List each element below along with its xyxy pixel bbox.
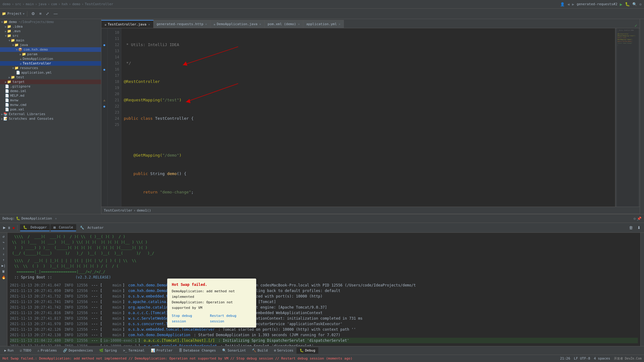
code-content[interactable]: * Utils: IntelliJ IDEA */ @RestControlle… <box>121 28 615 207</box>
gear-icon[interactable]: ⚙ <box>639 2 642 6</box>
expand-btn[interactable]: ⤢ <box>44 11 51 17</box>
step-out-icon[interactable]: ↑ <box>2 257 5 263</box>
project-label[interactable]: Project <box>7 12 22 16</box>
debug-btn[interactable]: 🐛 <box>625 2 630 6</box>
bc-com[interactable]: com <box>51 2 57 6</box>
tab-console[interactable]: ▤ Console <box>50 224 76 231</box>
nav-fwd[interactable]: ▶ <box>572 2 574 6</box>
restart-icon[interactable]: ↺ <box>2 234 5 239</box>
log-8: 2021-11-13 20:27:41.970 INFO 12556 --- [… <box>10 321 638 327</box>
tab-demoapplication[interactable]: ☕ DemoApplication.java ✕ <box>210 20 265 28</box>
tree-item-src[interactable]: ▼ 📁 src <box>0 33 101 38</box>
tree-item-resources[interactable]: ▼ 📁 resources <box>0 66 101 70</box>
tree-item-demoitml[interactable]: 📄 demo.iml <box>0 89 101 93</box>
debug-settings-icon[interactable]: ⚙ <box>634 216 636 221</box>
pause-btn[interactable]: ⏸ <box>7 225 11 230</box>
tab-run[interactable]: ▶ Run <box>1 347 17 354</box>
console-clear-btn[interactable]: 🗑 <box>627 225 634 231</box>
tab-sonarlint[interactable]: 🔍 SonarLint <box>219 347 249 354</box>
breadcrumb-method[interactable]: demo1() <box>137 208 151 212</box>
hotswap-stop-link[interactable]: Stop debug session <box>172 313 207 324</box>
tab-terminal[interactable]: >_ Terminal <box>120 347 147 354</box>
bc-demo[interactable]: demo <box>2 2 11 6</box>
run-to-cursor-icon[interactable]: ▶| <box>1 263 6 268</box>
tab-generated-requests[interactable]: generated-requests.http ✕ <box>154 20 210 28</box>
search-icon[interactable]: 🔍 <box>632 2 637 6</box>
close-tab-yml[interactable]: ✕ <box>339 22 340 26</box>
bc-demo2[interactable]: demo <box>72 2 80 6</box>
tab-pomxml[interactable]: pom.xml (demo) ✕ <box>265 20 303 28</box>
console-output[interactable]: \\\\ / ___)( ___)( ) / )( \\ ( )__( )( )… <box>7 233 640 346</box>
tree-item-target[interactable]: ▶ 📁 target <box>0 80 101 84</box>
resume-btn[interactable]: ▶ <box>2 225 6 230</box>
tab-debugger[interactable]: 🐛 Debugger <box>20 224 50 231</box>
close-tab-demo[interactable]: ✕ <box>259 22 261 26</box>
minimap[interactable]: * Utils: IntelliJ IDEA */ @RestControlle… <box>615 28 640 207</box>
tab-db-changes[interactable]: 🗄 Database Changes <box>176 347 219 354</box>
log-11: 2021-11-13 21:04:22.480 INFO 12556 --- [… <box>10 338 638 343</box>
tree-item-demo[interactable]: ▼ 📁 demo ~/IdeaProjects/demo <box>0 20 101 24</box>
tree-item-mvnwcmd[interactable]: 📄 mvnw.cmd <box>0 103 101 107</box>
bc-main[interactable]: main <box>26 2 34 6</box>
tab-spring[interactable]: 🌿 Spring <box>96 347 120 354</box>
tab-problems[interactable]: ⚠ Problems <box>34 347 60 354</box>
hotswap-restart-link[interactable]: Restart debug session <box>210 313 252 324</box>
tab-services[interactable]: ⚙ Services <box>271 347 296 354</box>
tree-item-scratches[interactable]: ▶ 📝 Scratches and Consoles <box>0 116 101 121</box>
chevron-down-icon[interactable]: ▼ <box>23 12 24 15</box>
tree-item-testcontroller[interactable]: ☕ TestController <box>0 61 101 66</box>
step-over-icon[interactable]: ↷ <box>2 240 5 245</box>
run-config[interactable]: generated-requests#2 <box>577 2 617 6</box>
console-scrollbar[interactable] <box>640 233 644 346</box>
tab-todo[interactable]: ☑ TODO <box>17 347 34 354</box>
nav-back[interactable]: ◀ <box>567 2 569 6</box>
debug-pin-icon[interactable]: 📌 <box>637 216 642 221</box>
status-spaces: 4 spaces <box>594 356 610 360</box>
tree-item-param[interactable]: ▶ 📁 param <box>0 52 101 56</box>
hotswap-icon[interactable]: 🔥 <box>1 275 6 280</box>
tab-build[interactable]: 🔨 Build <box>249 347 271 354</box>
tree-item-gitignore[interactable]: 📄 .gitignore <box>0 84 101 89</box>
force-step-icon[interactable]: ⇓ <box>2 251 5 257</box>
bc-java[interactable]: java <box>38 2 47 6</box>
project-icon[interactable]: 📁 <box>2 12 6 16</box>
settings-btn[interactable]: ⚙ <box>30 11 37 17</box>
tree-item-pomxml[interactable]: 📄 pom.xml <box>0 107 101 112</box>
tree-item-appyml[interactable]: 📄 application.yml <box>0 70 101 75</box>
close-tab-pom[interactable]: ✕ <box>298 22 300 26</box>
debug-close[interactable]: ✕ <box>55 217 57 220</box>
tab-testcontroller[interactable]: ☕ TestController.java ✕ <box>101 20 154 28</box>
tab-dependencies[interactable]: 🔗 Dependencies <box>60 347 96 354</box>
tree-item-java[interactable]: ▼ 📁 java <box>0 43 101 47</box>
collapse-btn[interactable]: — <box>52 11 59 17</box>
tab-debug[interactable]: 🐛 Debug <box>296 347 318 354</box>
tree-item-com-hxh[interactable]: ▼ 📦 com.hxh.demo <box>0 47 101 52</box>
stop-btn[interactable]: ■ <box>12 225 15 230</box>
tree-item-mvnw[interactable]: 📄 mvnw <box>0 98 101 103</box>
console-scroll-btn[interactable]: ⬇ <box>636 225 642 231</box>
tab-appyml[interactable]: application.yml ✕ <box>303 20 344 28</box>
tree-item-external-libs[interactable]: ▶ 📚 External Libraries <box>0 112 101 116</box>
tab-profiler[interactable]: 📊 Profiler <box>148 347 176 354</box>
layout-btn[interactable]: ≡ <box>38 11 43 17</box>
breadcrumb-controller[interactable]: TestController <box>104 208 132 212</box>
debug-app[interactable]: DemoApplication <box>22 216 52 220</box>
tree-item-mvn[interactable]: ▶ 📁 .mvn <box>0 29 101 33</box>
tree-item-helpmd[interactable]: 📄 HELP.md <box>0 93 101 98</box>
log-6: 2021-11-13 20:27:41.816 INFO 12556 --- [… <box>10 310 638 316</box>
tree-item-demoapplication[interactable]: ☕ DemoApplication <box>0 56 101 61</box>
close-tab-requests[interactable]: ✕ <box>205 22 207 26</box>
tree-item-test[interactable]: ▶ 📁 test <box>0 75 101 80</box>
tree-item-main[interactable]: ▼ 📁 main <box>0 38 101 43</box>
bc-class[interactable]: TestController <box>85 2 113 6</box>
step-into-icon[interactable]: ↓ <box>2 246 5 251</box>
run-btn[interactable]: ▶ <box>620 2 622 7</box>
status-message[interactable]: Hot Swap failed.: DemoApplication: add m… <box>2 356 352 360</box>
close-tab-testcontroller[interactable]: ✕ <box>148 23 150 26</box>
bc-src[interactable]: src <box>15 2 21 6</box>
tree-item-idea[interactable]: ▶ 📁 .idea <box>0 24 101 29</box>
tab-actuator[interactable]: 🔧 Actuator <box>77 224 107 231</box>
evaluate-icon[interactable]: 🖩 <box>1 269 6 274</box>
user-icon[interactable]: 👤 <box>560 2 565 6</box>
bc-hxh[interactable]: hxh <box>61 2 68 6</box>
